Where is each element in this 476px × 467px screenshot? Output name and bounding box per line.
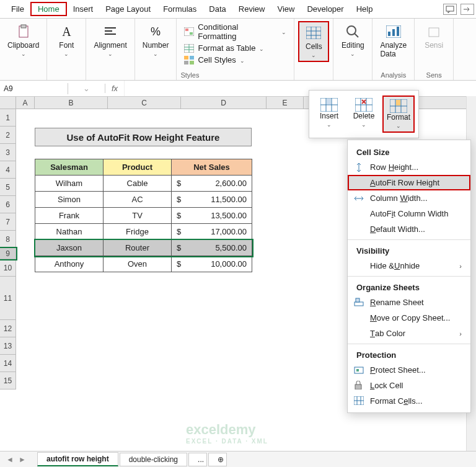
col-header-c[interactable]: C	[108, 97, 181, 109]
row-header-13[interactable]: 13	[0, 337, 16, 355]
row-header-7[interactable]: 7	[0, 213, 16, 231]
delete-button[interactable]: Delete⌄	[348, 96, 380, 133]
cell-product[interactable]: Cable	[104, 176, 172, 192]
table-row[interactable]: AnthonyOven$10,000.00	[35, 256, 252, 272]
menu-default-width[interactable]: Default Width...	[348, 221, 470, 237]
row-header-14[interactable]: 14	[0, 355, 16, 372]
fx-label[interactable]: fx	[105, 84, 124, 93]
row-header-1[interactable]: 1	[0, 109, 16, 127]
row-header-12[interactable]: 12	[0, 320, 16, 337]
cell-salesman[interactable]: Anthony	[35, 256, 104, 272]
col-header-d[interactable]: D	[181, 97, 267, 109]
row-header-5[interactable]: 5	[0, 179, 16, 196]
format-as-table-button[interactable]: Format as Table⌄	[180, 42, 290, 54]
header-product[interactable]: Product	[104, 159, 172, 176]
cell-netsales[interactable]: $5,500.00	[172, 240, 252, 256]
col-header-e[interactable]: E	[267, 97, 304, 109]
new-sheet-button[interactable]: ⊕	[208, 453, 227, 466]
conditional-formatting-label: Conditional Formatting	[198, 22, 278, 41]
row-header-3[interactable]: 3	[0, 144, 16, 161]
cell-styles-button[interactable]: Cell Styles⌄	[180, 54, 290, 66]
table-row-selected[interactable]: JaxsonRouter$5,500.00	[35, 240, 252, 256]
tab-help[interactable]: Help	[350, 2, 379, 16]
tab-insert[interactable]: Insert	[67, 2, 100, 16]
row-header-10[interactable]: 10	[0, 259, 16, 277]
menu-rename-sheet[interactable]: Rename Sheet	[348, 295, 470, 310]
sheet-tab-more[interactable]: ...	[188, 453, 207, 466]
col-header-b[interactable]: B	[35, 97, 108, 109]
conditional-formatting-button[interactable]: Conditional Formatting⌄	[180, 21, 290, 42]
analyze-data-button[interactable]: AnalyzeData	[376, 21, 410, 61]
table-row[interactable]: FrankTV$13,500.00	[35, 208, 252, 224]
tab-review[interactable]: Review	[232, 2, 271, 16]
sheet-tab[interactable]: double-clicking	[120, 453, 187, 466]
menu-lock-cell[interactable]: Lock Cell	[348, 378, 470, 393]
cell-salesman[interactable]: Simon	[35, 192, 104, 208]
cell-product[interactable]: AC	[104, 192, 172, 208]
insert-button[interactable]: Insert⌄	[313, 96, 345, 133]
row-header-15[interactable]: 15	[0, 372, 16, 389]
header-netsales[interactable]: Net Sales	[172, 159, 252, 176]
share-icon[interactable]	[461, 4, 474, 15]
cell-salesman[interactable]: Wilham	[35, 176, 104, 192]
sheet-nav-next[interactable]: ►	[19, 455, 26, 464]
tab-data[interactable]: Data	[203, 2, 232, 16]
cell-salesman[interactable]: Frank	[35, 208, 104, 224]
table-row[interactable]: NathanFridge$17,000.00	[35, 224, 252, 240]
row-header-9[interactable]: 9	[0, 248, 16, 259]
sheet-nav-prev[interactable]: ◄	[6, 455, 14, 464]
alignment-button[interactable]: Alignment ⌄	[90, 21, 130, 60]
select-all-corner[interactable]	[0, 97, 16, 109]
editing-button[interactable]: Editing ⌄	[337, 21, 368, 60]
sheet-tab-active[interactable]: autofit row height	[37, 452, 118, 466]
tab-pagelayout[interactable]: Page Layout	[99, 2, 157, 16]
tab-file[interactable]: File	[5, 2, 30, 16]
cell-netsales[interactable]: $2,600.00	[172, 176, 252, 192]
clipboard-button[interactable]: Clipboard ⌄	[4, 21, 43, 60]
menu-move-copy[interactable]: Move or Copy Sheet...	[348, 310, 470, 326]
row-header-4[interactable]: 4	[0, 161, 16, 179]
col-header-a[interactable]: A	[16, 97, 35, 109]
menu-hide-unhide[interactable]: Hide & Unhide›	[348, 258, 470, 274]
formula-dropdown[interactable]: ⌄	[68, 84, 105, 93]
menu-autofit-column-width[interactable]: AutoFit Column Width	[348, 206, 470, 221]
tab-developer[interactable]: Developer	[301, 2, 350, 16]
tab-home[interactable]: Home	[30, 2, 67, 16]
title-cell[interactable]: Use of AutoFit Row Height Feature	[35, 128, 252, 146]
menu-row-height[interactable]: Row Height...	[348, 159, 470, 175]
cell-product[interactable]: Router	[104, 240, 172, 256]
cells-button[interactable]: Cells ⌄	[298, 21, 329, 62]
cell-netsales[interactable]: $11,500.00	[172, 192, 252, 208]
menu-autofit-row-height[interactable]: AutoFit Row Height	[348, 175, 470, 190]
row-header-11[interactable]: 11	[0, 277, 16, 320]
format-icon	[390, 99, 407, 113]
cell-product[interactable]: Fridge	[104, 224, 172, 240]
table-row[interactable]: WilhamCable$2,600.00	[35, 176, 252, 192]
cell-product[interactable]: Oven	[104, 256, 172, 272]
header-salesman[interactable]: Salesman	[35, 159, 104, 176]
font-button[interactable]: A Font ⌄	[51, 21, 82, 60]
cell-netsales[interactable]: $17,000.00	[172, 224, 252, 240]
cell-product[interactable]: TV	[104, 208, 172, 224]
menu-column-width[interactable]: Column Width...	[348, 190, 470, 206]
format-button[interactable]: Format⌄	[382, 96, 415, 133]
cell-salesman[interactable]: Nathan	[35, 224, 104, 240]
row-header-8[interactable]: 8	[0, 231, 16, 248]
menu-tab-color[interactable]: Tab Color›	[348, 326, 470, 341]
name-box[interactable]: A9	[0, 83, 68, 94]
number-button[interactable]: % Number ⌄	[139, 21, 173, 60]
tab-view[interactable]: View	[271, 2, 301, 16]
sensitivity-button[interactable]: Sensi	[418, 21, 449, 52]
svg-rect-11	[306, 27, 321, 39]
formula-input[interactable]	[124, 81, 476, 96]
row-header-6[interactable]: 6	[0, 196, 16, 213]
cell-netsales[interactable]: $10,000.00	[172, 256, 252, 272]
tab-formulas[interactable]: Formulas	[157, 2, 203, 16]
menu-protect-sheet[interactable]: Protect Sheet...	[348, 362, 470, 378]
table-row[interactable]: SimonAC$11,500.00	[35, 192, 252, 208]
row-header-2[interactable]: 2	[0, 127, 16, 144]
cell-netsales[interactable]: $13,500.00	[172, 208, 252, 224]
comments-icon[interactable]	[443, 4, 457, 15]
menu-format-cells[interactable]: Format Cells...	[348, 393, 470, 409]
cell-salesman[interactable]: Jaxson	[35, 240, 104, 256]
